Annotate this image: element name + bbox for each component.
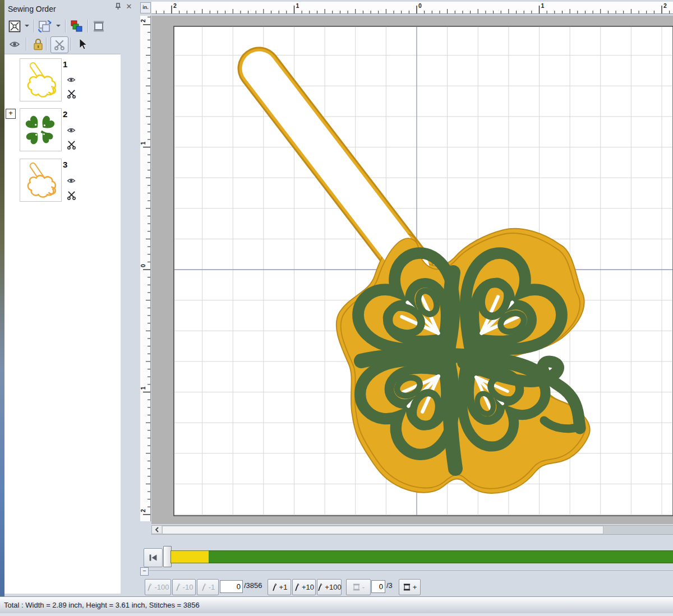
item-trim-toggle[interactable] <box>65 190 77 200</box>
scissors-icon <box>67 140 76 150</box>
select-tool-button[interactable] <box>74 36 90 52</box>
trim-tool-button[interactable] <box>50 36 68 53</box>
toolbar-separator <box>71 38 72 50</box>
pin-icon[interactable] <box>114 2 123 11</box>
scroll-left-button[interactable] <box>152 526 162 533</box>
item-trim-toggle[interactable] <box>65 89 77 99</box>
scrollbar-thumb[interactable] <box>162 526 603 534</box>
chevron-left-icon <box>155 527 159 532</box>
resequence-dropdown-arrow[interactable] <box>56 25 61 27</box>
eye-icon <box>66 127 77 134</box>
hoop-button[interactable] <box>91 18 107 34</box>
button-label: +1 <box>279 583 288 591</box>
stitch-back-100-button[interactable]: -100 <box>145 579 171 595</box>
svg-text:2: 2 <box>140 509 146 512</box>
scissors-icon <box>67 89 76 99</box>
panel-title: Sewing Order <box>4 4 56 13</box>
needle-icon <box>271 583 278 591</box>
button-label: + <box>413 583 417 591</box>
design-canvas-viewport[interactable] <box>151 16 673 524</box>
button-label: - <box>362 583 365 591</box>
fit-selection-dropdown-arrow[interactable] <box>25 25 29 27</box>
item-visibility-toggle[interactable] <box>65 75 77 85</box>
item-visibility-toggle[interactable] <box>65 175 77 186</box>
resequence-icon <box>38 20 52 33</box>
item-expander[interactable]: + <box>6 109 16 119</box>
rewind-to-start-button[interactable] <box>144 548 163 567</box>
visibility-button[interactable] <box>7 36 22 52</box>
button-label: +10 <box>302 583 314 591</box>
cursor-arrow-icon <box>77 38 87 50</box>
needle-icon <box>175 583 181 591</box>
stitch-forward-10-button[interactable]: +10 <box>292 579 316 595</box>
vertical-ruler-ticks: 21012 <box>140 16 150 521</box>
svg-text:1: 1 <box>140 142 146 145</box>
svg-text:1: 1 <box>296 2 299 9</box>
hoop-icon <box>352 583 361 591</box>
status-bar: Total : Width = 2.89 inch, Height = 3.61… <box>0 596 673 614</box>
svg-text:2: 2 <box>173 2 177 9</box>
stitch-back-1-button[interactable]: -1 <box>197 579 219 595</box>
pin-icon <box>114 2 122 10</box>
needle-icon <box>146 583 153 591</box>
eye-icon <box>66 76 77 84</box>
item-visibility-toggle[interactable] <box>65 125 77 135</box>
scissors-icon <box>67 191 76 200</box>
svg-text:1: 1 <box>541 2 545 9</box>
current-color-input[interactable] <box>371 580 385 593</box>
svg-text:0: 0 <box>140 264 146 267</box>
resequence-button[interactable] <box>37 18 53 34</box>
eye-icon <box>66 177 77 184</box>
embroidery-app-window: Sewing Order ✕ <box>0 0 673 616</box>
design-canvas <box>151 16 673 524</box>
previous-color-button[interactable]: - <box>346 579 371 595</box>
button-label: -10 <box>183 583 193 591</box>
stitch-forward-1-button[interactable]: +1 <box>268 579 291 595</box>
list-item-number: 3 <box>63 160 74 169</box>
stitch-back-10-button[interactable]: -10 <box>172 579 196 595</box>
current-stitch-input[interactable] <box>220 580 243 593</box>
list-item-thumbnail-3[interactable] <box>20 159 62 202</box>
ruler-unit-button[interactable]: in. <box>140 2 151 13</box>
toolbar-separator <box>34 20 35 33</box>
list-item-number: 2 <box>63 109 74 119</box>
fit-selection-button[interactable] <box>7 18 22 34</box>
next-color-button[interactable]: + <box>399 579 421 595</box>
svg-text:0: 0 <box>418 2 422 9</box>
list-item-thumbnail-2[interactable] <box>20 108 62 151</box>
keyfob-outline-thumbnail <box>20 159 60 200</box>
progress-segment-color2[interactable] <box>209 550 673 563</box>
rewind-icon <box>148 553 158 562</box>
list-item-thumbnail-1[interactable] <box>20 58 62 101</box>
toolbar-separator <box>65 20 66 33</box>
hoop-icon <box>403 583 411 591</box>
svg-text:1: 1 <box>140 387 146 390</box>
toolbar-separator <box>87 20 89 33</box>
stitch-forward-100-button[interactable]: +100 <box>317 579 342 595</box>
color-squares-icon <box>70 20 83 33</box>
horizontal-scrollbar[interactable] <box>151 525 673 535</box>
horizontal-ruler-ticks: 21012 <box>151 2 673 13</box>
separator-line <box>149 571 673 572</box>
needle-icon <box>201 583 207 591</box>
eye-icon <box>8 40 21 49</box>
color-sort-button[interactable] <box>68 18 84 34</box>
horizontal-ruler: 21012 <box>151 2 673 14</box>
hoop-icon <box>92 20 105 33</box>
status-text: Total : Width = 2.89 inch, Height = 3.61… <box>0 601 200 609</box>
window-bottom-edge <box>0 613 673 616</box>
collapse-toggle[interactable]: − <box>140 567 149 576</box>
stitch-total-label: /3856 <box>244 581 262 590</box>
close-icon[interactable]: ✕ <box>125 2 133 11</box>
button-label: -100 <box>154 583 169 591</box>
clover-fill-thumbnail <box>20 109 60 150</box>
item-trim-toggle[interactable] <box>65 140 77 150</box>
lock-icon <box>32 38 44 51</box>
progress-segment-color1[interactable] <box>170 550 209 563</box>
toolbar-separator <box>46 38 47 50</box>
keyfob-outline-thumbnail <box>20 59 60 100</box>
panel-toolbar-bottom <box>4 36 139 53</box>
needle-icon <box>294 583 300 591</box>
lock-button[interactable] <box>30 36 46 52</box>
button-label: -1 <box>209 583 215 591</box>
